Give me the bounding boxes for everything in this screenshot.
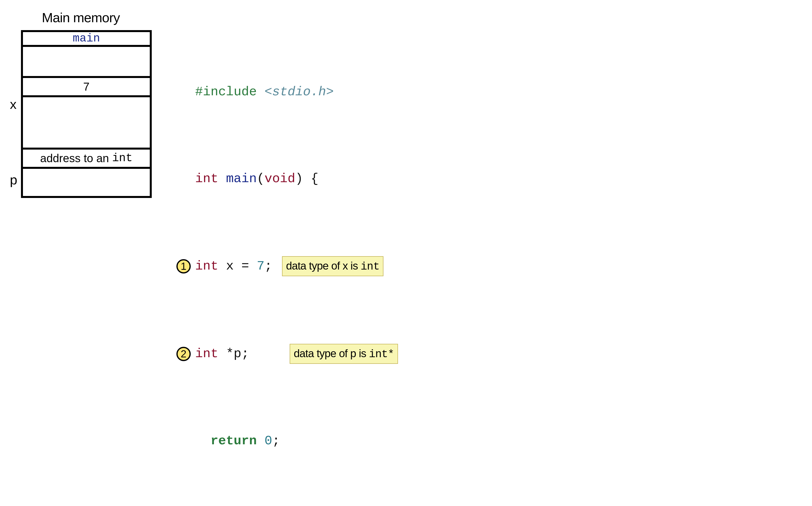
code-line-include: #include <stdio.h> [177, 82, 398, 102]
annotation-p-type: data type of p is int* [290, 344, 398, 364]
code-line-decl-p: 2 int *p; data type of p is int* [177, 344, 398, 364]
memory-title: Main memory [42, 10, 120, 25]
memory-empty-cell [23, 169, 150, 198]
memory-cell-x: 7 [23, 76, 150, 97]
memory-panel: Main memory x p main 7 address to an int [10, 10, 152, 506]
memory-header-cell: main [23, 30, 150, 47]
label-p: p [10, 165, 17, 186]
memory-empty-cell [23, 97, 150, 148]
label-x: x [10, 90, 17, 111]
code-line-main-decl: int main(void) { [177, 169, 398, 188]
memory-diagram: x p main 7 address to an int [10, 30, 152, 198]
memory-empty-cell [23, 47, 150, 76]
annotation-x-type: data type of x is int [282, 256, 383, 276]
code-panel: #include <stdio.h> int main(void) { 1 in… [177, 10, 398, 506]
memory-box: main 7 address to an int [21, 30, 152, 198]
code-line-decl-x: 1 int x = 7; data type of x is int [177, 256, 398, 276]
memory-cell-p: address to an int [23, 148, 150, 169]
step-marker-1: 1 [177, 259, 191, 273]
step-marker-2: 2 [177, 347, 191, 361]
code-line-return: return 0; [177, 431, 398, 451]
memory-row-labels: x p [10, 42, 17, 186]
